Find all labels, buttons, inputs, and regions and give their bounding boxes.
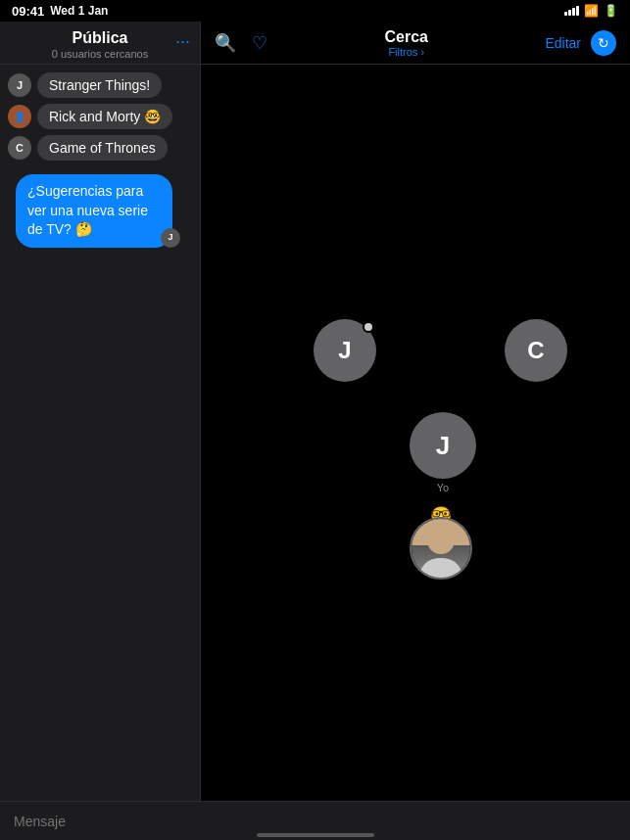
tag-rick-morty[interactable]: Rick and Morty 🤓 [37, 104, 172, 129]
right-panel-title: Cerca [384, 28, 427, 46]
refresh-button[interactable]: ↻ [591, 30, 616, 56]
avatar-rick-morty: 👤 [8, 105, 31, 128]
search-button[interactable]: 🔍 [215, 32, 236, 54]
status-time: 09:41 [12, 4, 44, 19]
tag-row-got: C Game of Thrones [8, 135, 192, 161]
wifi-icon: 📶 [584, 4, 599, 18]
avatar-circle-j1: J [314, 319, 376, 382]
right-header-left: 🔍 ♡ [215, 32, 267, 54]
bottom-bar [0, 801, 630, 840]
home-indicator [257, 833, 374, 837]
user-node-c[interactable]: C [505, 319, 567, 382]
left-panel: Pública 0 usuarios cercanos ··· J Strang… [0, 22, 201, 801]
user-node-j1[interactable]: J [314, 319, 376, 382]
favorites-button[interactable]: ♡ [252, 32, 267, 54]
left-header: Pública 0 usuarios cercanos ··· [0, 22, 200, 65]
edit-button[interactable]: Editar [545, 35, 581, 51]
right-header: 🔍 ♡ Cerca Filtros › Editar ↻ [201, 22, 630, 65]
avatar-c: C [8, 136, 31, 160]
user-node-photo[interactable]: 🤓 [410, 517, 472, 580]
avatar-circle-me: J [410, 412, 476, 479]
battery-icon: 🔋 [604, 4, 618, 18]
left-panel-title: Pública [12, 29, 188, 47]
tag-row-stranger-things: J Stranger Things! [8, 72, 192, 98]
status-date: Wed 1 Jan [50, 4, 108, 18]
status-icons: 📶 🔋 [564, 4, 618, 18]
map-area: J C J Yo 🤓 [201, 65, 630, 801]
right-header-right: Editar ↻ [545, 30, 616, 56]
avatar-j1: J [8, 73, 31, 97]
user-node-me[interactable]: J Yo [410, 412, 476, 493]
message-bubble: ¿Sugerencias para ver una nueva serie de… [16, 174, 172, 248]
status-bar: 09:41 Wed 1 Jan 📶 🔋 [0, 0, 630, 22]
left-panel-subtitle: 0 usuarios cercanos [12, 48, 188, 60]
tag-stranger-things[interactable]: Stranger Things! [37, 72, 162, 98]
tag-got[interactable]: Game of Thrones [37, 135, 168, 161]
message-area: ¿Sugerencias para ver una nueva serie de… [8, 166, 192, 256]
more-button[interactable]: ··· [175, 31, 190, 52]
user-photo [410, 517, 472, 580]
message-input[interactable] [14, 814, 616, 829]
tag-row-rick-morty: 👤 Rick and Morty 🤓 [8, 104, 192, 129]
avatar-circle-c: C [505, 319, 567, 382]
user-me-label: Yo [437, 482, 449, 493]
signal-icon [564, 6, 579, 16]
online-dot [363, 321, 374, 333]
message-avatar: J [161, 228, 180, 248]
chat-area: J Stranger Things! 👤 Rick and Morty 🤓 C … [0, 65, 200, 801]
message-text: ¿Sugerencias para ver una nueva serie de… [27, 183, 148, 237]
right-panel: 🔍 ♡ Cerca Filtros › Editar ↻ J C [201, 22, 630, 801]
right-title-block: Cerca Filtros › [384, 28, 427, 58]
right-panel-subtitle[interactable]: Filtros › [384, 46, 427, 58]
